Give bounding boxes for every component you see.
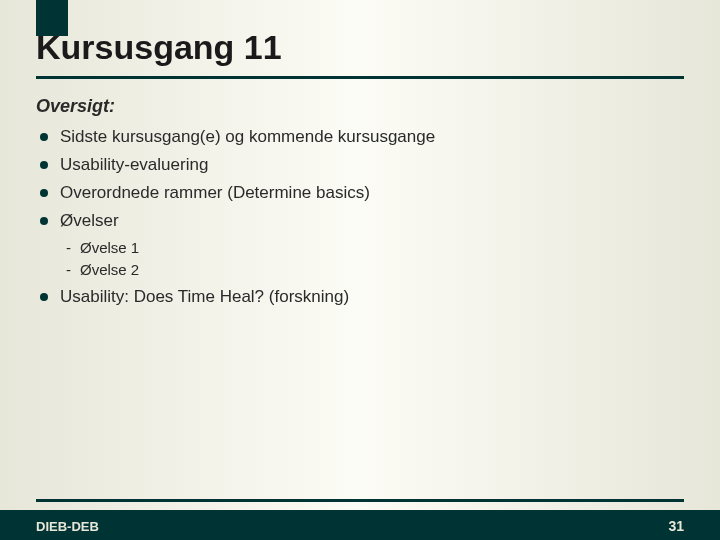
- overview-heading: Oversigt:: [36, 96, 684, 117]
- bullet-list-cont: Usability: Does Time Heal? (forskning): [36, 283, 684, 311]
- list-item: Usability: Does Time Heal? (forskning): [36, 283, 684, 311]
- list-item: Øvelser: [36, 207, 684, 235]
- list-item: Usability-evaluering: [36, 151, 684, 179]
- footer-left-text: DIEB-DEB: [36, 519, 99, 534]
- slide: Kursusgang 11 Oversigt: Sidste kursusgan…: [0, 0, 720, 540]
- title-divider: [36, 76, 684, 79]
- bullet-list: Sidste kursusgang(e) og kommende kursusg…: [36, 123, 684, 235]
- sub-list: Øvelse 1 Øvelse 2: [36, 237, 684, 281]
- sub-list-item: Øvelse 2: [36, 259, 684, 281]
- content-area: Oversigt: Sidste kursusgang(e) og kommen…: [36, 96, 684, 311]
- footer-divider: [36, 499, 684, 502]
- slide-title: Kursusgang 11: [36, 28, 282, 67]
- list-item: Overordnede rammer (Determine basics): [36, 179, 684, 207]
- sub-list-item: Øvelse 1: [36, 237, 684, 259]
- list-item: Sidste kursusgang(e) og kommende kursusg…: [36, 123, 684, 151]
- footer-bar: [0, 510, 720, 540]
- page-number: 31: [668, 518, 684, 534]
